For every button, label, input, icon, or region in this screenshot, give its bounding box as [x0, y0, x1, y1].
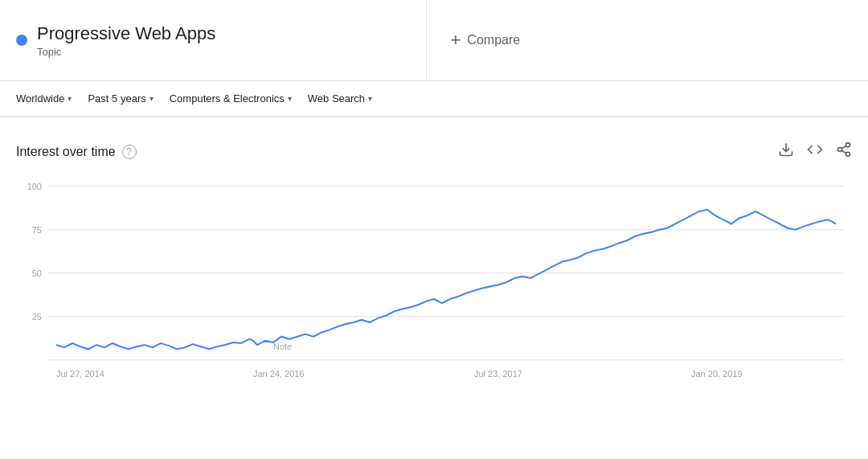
time-arrow-icon: ▾: [149, 94, 154, 103]
svg-point-3: [846, 152, 850, 156]
region-arrow-icon: ▾: [68, 94, 72, 103]
top-section: Progressive Web Apps Topic + Compare: [0, 0, 868, 81]
chart-section: Interest over time ? 100 75 50: [0, 125, 868, 395]
download-icon[interactable]: [778, 141, 794, 162]
trend-line: [56, 210, 836, 349]
term-color-dot: [16, 35, 27, 46]
compare-plus-icon: +: [451, 30, 461, 51]
chart-svg: 100 75 50 25 Jul 27, 2014 Jan 24, 2016 J…: [16, 170, 852, 387]
search-term-section: Progressive Web Apps Topic: [0, 0, 427, 80]
region-label: Worldwide: [16, 92, 64, 105]
category-arrow-icon: ▾: [288, 94, 292, 103]
svg-text:Jul 23, 2017: Jul 23, 2017: [474, 368, 522, 378]
share-icon[interactable]: [836, 141, 852, 162]
svg-point-1: [846, 143, 850, 147]
search-type-label: Web Search: [308, 92, 365, 105]
chart-title-text: Interest over time: [16, 145, 116, 159]
svg-text:50: 50: [32, 268, 42, 278]
embed-icon[interactable]: [807, 141, 823, 162]
category-label: Computers & Electronics: [170, 92, 285, 105]
compare-label: Compare: [467, 33, 520, 47]
term-info: Progressive Web Apps Topic: [37, 23, 215, 58]
search-type-arrow-icon: ▾: [368, 94, 372, 103]
help-icon[interactable]: ?: [122, 145, 137, 159]
term-type: Topic: [37, 46, 215, 58]
term-name: Progressive Web Apps: [37, 23, 215, 44]
compare-section[interactable]: + Compare: [427, 0, 869, 80]
chart-container: 100 75 50 25 Jul 27, 2014 Jan 24, 2016 J…: [16, 170, 852, 387]
svg-line-5: [841, 145, 846, 148]
svg-text:Jul 27, 2014: Jul 27, 2014: [56, 368, 104, 378]
svg-point-2: [838, 148, 842, 152]
chart-header: Interest over time ?: [16, 141, 852, 162]
svg-text:Jan 20, 2019: Jan 20, 2019: [691, 368, 743, 378]
chart-title-area: Interest over time ?: [16, 145, 137, 159]
filter-bar: Worldwide ▾ Past 5 years ▾ Computers & E…: [0, 81, 868, 117]
svg-text:75: 75: [32, 225, 42, 235]
region-filter[interactable]: Worldwide ▾: [16, 89, 72, 108]
svg-text:100: 100: [27, 182, 42, 191]
time-label: Past 5 years: [88, 92, 145, 105]
category-filter[interactable]: Computers & Electronics ▾: [170, 89, 292, 108]
compare-button[interactable]: + Compare: [451, 30, 521, 51]
svg-text:Jan 24, 2016: Jan 24, 2016: [253, 368, 305, 378]
chart-actions: [778, 141, 852, 162]
time-filter[interactable]: Past 5 years ▾: [88, 89, 153, 108]
search-type-filter[interactable]: Web Search ▾: [308, 89, 372, 108]
svg-text:Note: Note: [273, 342, 292, 351]
svg-line-4: [841, 150, 846, 153]
svg-text:25: 25: [32, 312, 42, 322]
